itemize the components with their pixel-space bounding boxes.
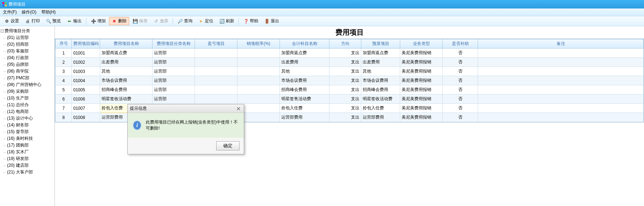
tree-item[interactable]: (15) 督导部 <box>1 128 54 135</box>
cell[interactable] <box>237 58 280 67</box>
query-button[interactable]: 🔎查询 <box>175 17 195 25</box>
cell[interactable] <box>195 58 237 67</box>
tree-item[interactable]: (10) 生产部 <box>1 95 54 102</box>
cell[interactable]: 否 <box>443 95 478 104</box>
cell[interactable]: 美尼美费用报销 <box>400 76 443 85</box>
cell[interactable]: 拎包入住费 <box>280 104 329 113</box>
cell[interactable]: 01005 <box>72 85 100 95</box>
table-row[interactable]: 201002出差费用运营部出差费用支出出差费用美尼美费用报销否 <box>56 58 644 67</box>
cell[interactable]: 美尼美费用报销 <box>400 113 443 122</box>
cell[interactable]: 运营部 <box>153 85 195 95</box>
cell[interactable] <box>237 76 280 85</box>
cell[interactable]: 市场会议费用 <box>280 76 329 85</box>
cell[interactable]: 01003 <box>72 67 100 76</box>
help-button[interactable]: ❓帮助 <box>241 17 261 25</box>
cell[interactable]: 拎包入住费 <box>361 104 400 113</box>
table-row[interactable]: 601006明星签收活动费运营部明星签售活动费支出明星签收活动费美尼美费用报销否 <box>56 95 644 104</box>
cell[interactable] <box>195 85 237 95</box>
tree-item[interactable]: (19) 研发部 <box>1 155 54 162</box>
cell[interactable]: 美尼美费用报销 <box>400 95 443 104</box>
cell[interactable]: 否 <box>443 85 478 95</box>
cell[interactable] <box>237 48 280 58</box>
cell[interactable]: 运营部费用 <box>280 113 329 122</box>
print-button[interactable]: 🖨打印 <box>22 17 42 25</box>
column-header[interactable]: 业务类型 <box>400 39 443 48</box>
tree-item[interactable]: (14) 财务部 <box>1 122 54 128</box>
cell[interactable] <box>478 48 644 58</box>
table-row[interactable]: 501005招商峰会费用运营部招商峰会费用支出招商峰会费用美尼美费用报销否 <box>56 85 644 95</box>
cell[interactable]: 运营部 <box>153 58 195 67</box>
cell[interactable]: 招商峰会费用 <box>361 85 400 95</box>
add-button[interactable]: ➕增加 <box>88 17 108 25</box>
cell[interactable]: 加盟商返点费 <box>361 48 400 58</box>
table-row[interactable]: 301003其他运营部其他支出其他美尼美费用报销否 <box>56 67 644 76</box>
tree-item[interactable]: (16) 美时科技 <box>1 135 54 142</box>
cell[interactable] <box>237 67 280 76</box>
cell[interactable]: 支出 <box>329 95 361 104</box>
export-button[interactable]: ⬅输出 <box>64 17 84 25</box>
cell[interactable] <box>237 95 280 104</box>
cell[interactable]: 美尼美费用报销 <box>400 58 443 67</box>
cell[interactable]: 01007 <box>72 104 100 113</box>
cell[interactable]: 美尼美费用报销 <box>400 85 443 95</box>
menu-file[interactable]: 文件(F) <box>3 9 17 15</box>
cell[interactable] <box>195 76 237 85</box>
cell[interactable]: 3 <box>56 67 72 76</box>
cell[interactable]: 美尼美费用报销 <box>400 48 443 58</box>
cell[interactable]: 运营部 <box>153 67 195 76</box>
cell[interactable]: 招商峰会费用 <box>280 85 329 95</box>
column-header[interactable]: 费用项目编码 <box>72 39 100 48</box>
cell[interactable]: 01002 <box>72 58 100 67</box>
cell[interactable]: 其他 <box>361 67 400 76</box>
settings-button[interactable]: ⚙设置 <box>1 17 22 25</box>
tree-item[interactable]: (09) 采购部 <box>1 88 54 95</box>
column-header[interactable]: 费用项目分类名称 <box>153 39 195 48</box>
cell[interactable]: 市场会议费用 <box>361 76 400 85</box>
cell[interactable]: 01008 <box>72 113 100 122</box>
cell[interactable]: 运营部 <box>153 76 195 85</box>
column-header[interactable]: 是否补助 <box>443 39 478 48</box>
exit-button[interactable]: 🚪退出 <box>261 17 282 25</box>
cell[interactable]: 美尼美费用报销 <box>400 104 443 113</box>
cell[interactable]: 明星签收活动费 <box>100 95 153 104</box>
cell[interactable]: 出差费用 <box>280 58 329 67</box>
tree-item[interactable]: (11) 总经办 <box>1 102 54 108</box>
tree-item[interactable]: (08) 广州营销中心 <box>1 81 54 88</box>
cell[interactable]: 5 <box>56 85 72 95</box>
cell[interactable]: 明星签售活动费 <box>280 95 329 104</box>
cell[interactable]: 2 <box>56 58 72 67</box>
cell[interactable]: 加盟商返点费 <box>280 48 329 58</box>
tree-item[interactable]: (13) 设计中心 <box>1 115 54 122</box>
cell[interactable] <box>478 58 644 67</box>
cell[interactable]: 支出 <box>329 48 361 58</box>
tree-root[interactable]: - 费用项目分类 <box>1 28 54 34</box>
tree-item[interactable]: (07) PMC部 <box>1 75 54 81</box>
cell[interactable]: 支出 <box>329 85 361 95</box>
cell[interactable]: 支出 <box>329 104 361 113</box>
cell[interactable] <box>478 113 644 122</box>
tree-item[interactable]: (02) 招商部 <box>1 41 54 48</box>
column-header[interactable]: 序号 <box>56 39 72 48</box>
menu-help[interactable]: 帮助(H) <box>41 9 56 15</box>
cell[interactable] <box>478 85 644 95</box>
dialog-close-button[interactable] <box>235 106 242 111</box>
cell[interactable] <box>195 48 237 58</box>
cell[interactable]: 出差费用 <box>100 58 153 67</box>
cell[interactable]: 支出 <box>329 113 361 122</box>
cell[interactable] <box>195 95 237 104</box>
cell[interactable] <box>478 95 644 104</box>
delete-button[interactable]: ✖删除 <box>109 17 129 25</box>
table-row[interactable]: 101001加盟商返点费运营部加盟商返点费支出加盟商返点费美尼美费用报销否 <box>56 48 644 58</box>
cell[interactable]: 否 <box>443 67 478 76</box>
cell[interactable]: 01004 <box>72 76 100 85</box>
column-header[interactable]: 费用项目名称 <box>100 39 153 48</box>
tree-item[interactable]: (20) 建店部 <box>1 162 54 169</box>
tree-item[interactable]: (17) 团购部 <box>1 142 54 149</box>
column-header[interactable]: 盈亏项目 <box>195 39 237 48</box>
cell[interactable]: 8 <box>56 113 72 122</box>
tree-item[interactable]: (12) 电商部 <box>1 108 54 115</box>
tree-item[interactable]: (05) 品牌部 <box>1 61 54 68</box>
cell[interactable]: 招商峰会费用 <box>100 85 153 95</box>
cell[interactable] <box>478 104 644 113</box>
table-row[interactable]: 401004市场会议费用运营部市场会议费用支出市场会议费用美尼美费用报销否 <box>56 76 644 85</box>
